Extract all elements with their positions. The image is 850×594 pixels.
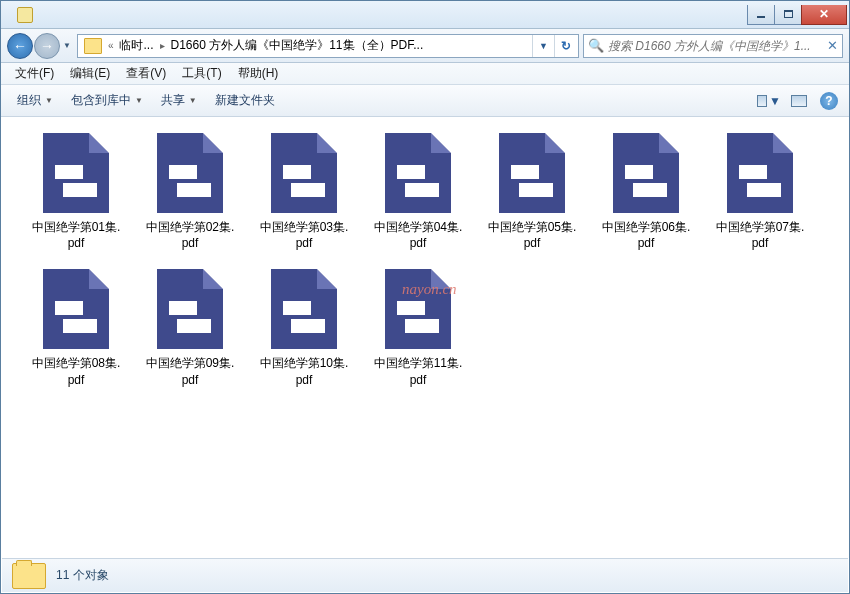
help-icon: ?	[820, 92, 838, 110]
file-name-label: 中国绝学第01集.pdf	[30, 219, 122, 251]
organize-button[interactable]: 组织▼	[9, 88, 61, 113]
newfolder-label: 新建文件夹	[215, 92, 275, 109]
file-name-label: 中国绝学第11集.pdf	[372, 355, 464, 387]
pdf-file-icon	[385, 269, 451, 349]
folder-icon	[12, 563, 46, 589]
file-name-label: 中国绝学第05集.pdf	[486, 219, 578, 251]
search-box: 🔍 ✕	[583, 34, 843, 58]
menu-view[interactable]: 查看(V)	[118, 63, 174, 84]
refresh-icon: ↻	[561, 39, 571, 53]
pdf-file-icon	[271, 269, 337, 349]
menubar: 文件(F) 编辑(E) 查看(V) 工具(T) 帮助(H)	[1, 63, 849, 85]
back-button[interactable]: ←	[7, 33, 33, 59]
navbar: ← → ▼ « 临时... ▸ D1660 方外人编《中国绝学》11集（全）PD…	[1, 29, 849, 63]
minimize-button[interactable]	[747, 5, 775, 25]
organize-label: 组织	[17, 92, 41, 109]
chevron-down-icon: ▼	[45, 96, 53, 105]
nav-arrows: ← → ▼	[7, 33, 73, 59]
search-icon: 🔍	[588, 38, 604, 53]
menu-tools[interactable]: 工具(T)	[174, 63, 229, 84]
share-button[interactable]: 共享▼	[153, 88, 205, 113]
chevron-down-icon: ▼	[769, 94, 781, 108]
file-name-label: 中国绝学第09集.pdf	[144, 355, 236, 387]
file-name-label: 中国绝学第07集.pdf	[714, 219, 806, 251]
titlebar: ✕	[1, 1, 849, 29]
chevron-down-icon: ▼	[135, 96, 143, 105]
status-count: 11 个对象	[56, 567, 109, 584]
file-item[interactable]: 中国绝学第06集.pdf	[600, 133, 692, 251]
breadcrumb-sep: «	[106, 40, 116, 51]
preview-pane-button[interactable]	[787, 90, 811, 112]
file-item[interactable]: 中国绝学第09集.pdf	[144, 269, 236, 387]
file-item[interactable]: 中国绝学第04集.pdf	[372, 133, 464, 251]
breadcrumb-seg-1[interactable]: 临时...	[115, 37, 157, 54]
new-folder-button[interactable]: 新建文件夹	[207, 88, 283, 113]
address-bar[interactable]: « 临时... ▸ D1660 方外人编《中国绝学》11集（全）PDF... ▼…	[77, 34, 579, 58]
view-mode-button[interactable]: ▼	[757, 90, 781, 112]
statusbar: 11 个对象	[2, 558, 848, 592]
file-name-label: 中国绝学第02集.pdf	[144, 219, 236, 251]
nav-history-dropdown[interactable]: ▼	[61, 41, 73, 50]
files-container: 中国绝学第01集.pdf中国绝学第02集.pdf中国绝学第03集.pdf中国绝学…	[30, 133, 838, 388]
file-name-label: 中国绝学第03集.pdf	[258, 219, 350, 251]
view-icon	[757, 95, 767, 107]
include-in-library-button[interactable]: 包含到库中▼	[63, 88, 151, 113]
pdf-file-icon	[499, 133, 565, 213]
chevron-down-icon: ▼	[539, 41, 548, 51]
file-item[interactable]: 中国绝学第05集.pdf	[486, 133, 578, 251]
pdf-file-icon	[157, 133, 223, 213]
help-button[interactable]: ?	[817, 90, 841, 112]
pdf-file-icon	[157, 269, 223, 349]
pdf-file-icon	[727, 133, 793, 213]
window-icon	[17, 7, 33, 23]
forward-button[interactable]: →	[34, 33, 60, 59]
pane-icon	[791, 95, 807, 107]
arrow-right-icon: →	[40, 38, 54, 54]
close-button[interactable]: ✕	[801, 5, 847, 25]
pdf-file-icon	[43, 269, 109, 349]
file-list-pane[interactable]: 中国绝学第01集.pdf中国绝学第02集.pdf中国绝学第03集.pdf中国绝学…	[2, 117, 848, 557]
pdf-file-icon	[271, 133, 337, 213]
include-label: 包含到库中	[71, 92, 131, 109]
address-dropdown[interactable]: ▼	[532, 35, 554, 57]
file-item[interactable]: 中国绝学第03集.pdf	[258, 133, 350, 251]
file-item[interactable]: 中国绝学第01集.pdf	[30, 133, 122, 251]
refresh-button[interactable]: ↻	[554, 35, 576, 57]
pdf-file-icon	[613, 133, 679, 213]
breadcrumb-sep[interactable]: ▸	[158, 40, 167, 51]
window-buttons: ✕	[748, 5, 847, 25]
file-item[interactable]: 中国绝学第11集.pdf	[372, 269, 464, 387]
file-item[interactable]: 中国绝学第08集.pdf	[30, 269, 122, 387]
file-item[interactable]: 中国绝学第07集.pdf	[714, 133, 806, 251]
toolbar: 组织▼ 包含到库中▼ 共享▼ 新建文件夹 ▼ ?	[1, 85, 849, 117]
file-item[interactable]: 中国绝学第02集.pdf	[144, 133, 236, 251]
menu-file[interactable]: 文件(F)	[7, 63, 62, 84]
file-name-label: 中国绝学第06集.pdf	[600, 219, 692, 251]
file-name-label: 中国绝学第04集.pdf	[372, 219, 464, 251]
search-input[interactable]	[608, 39, 827, 53]
file-name-label: 中国绝学第08集.pdf	[30, 355, 122, 387]
search-clear-icon[interactable]: ✕	[827, 38, 838, 53]
menu-edit[interactable]: 编辑(E)	[62, 63, 118, 84]
maximize-button[interactable]	[774, 5, 802, 25]
arrow-left-icon: ←	[13, 38, 27, 54]
pdf-file-icon	[43, 133, 109, 213]
menu-help[interactable]: 帮助(H)	[230, 63, 287, 84]
file-item[interactable]: 中国绝学第10集.pdf	[258, 269, 350, 387]
chevron-down-icon: ▼	[189, 96, 197, 105]
folder-icon	[84, 38, 102, 54]
pdf-file-icon	[385, 133, 451, 213]
breadcrumb-seg-2[interactable]: D1660 方外人编《中国绝学》11集（全）PDF...	[167, 37, 428, 54]
file-name-label: 中国绝学第10集.pdf	[258, 355, 350, 387]
share-label: 共享	[161, 92, 185, 109]
